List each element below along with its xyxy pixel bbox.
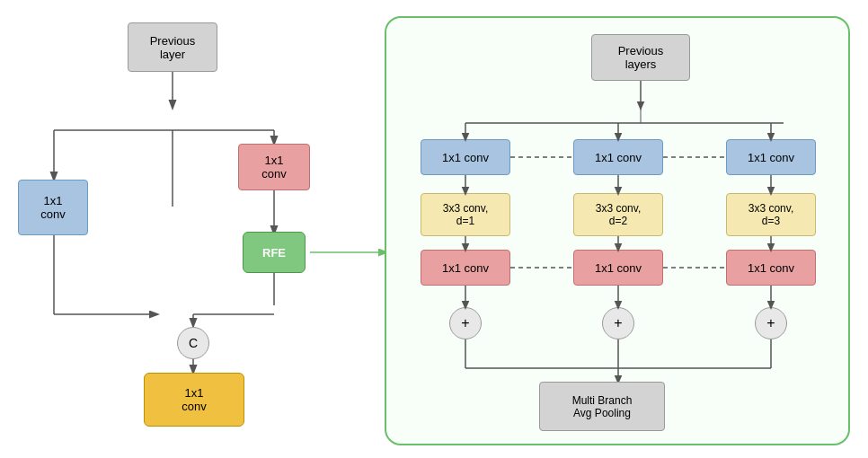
conv1x1-yellow-box: 1x1conv	[144, 373, 244, 427]
plus1-circle: +	[449, 307, 482, 339]
conv1x1-left-label: 1x1conv	[40, 194, 65, 221]
rfe-b3-conv1-box: 1x1 conv	[726, 139, 816, 175]
rfe-b3-conv3-label: 1x1 conv	[748, 261, 794, 275]
conv1x1-left-box: 1x1conv	[18, 180, 88, 235]
prev-layer-box: Previouslayer	[128, 22, 217, 72]
rfe-box: RFE	[243, 232, 306, 273]
rfe-b1-conv2-label: 3x3 conv,d=1	[443, 202, 488, 227]
multi-branch-box: Multi BranchAvg Pooling	[539, 382, 665, 431]
prev-layer-label: Previouslayer	[150, 34, 196, 61]
rfe-b3-conv1-label: 1x1 conv	[748, 151, 794, 164]
rfe-b1-conv3-label: 1x1 conv	[442, 261, 489, 275]
rfe-b1-conv2-box: 3x3 conv,d=1	[421, 193, 510, 236]
rfe-b2-conv2-label: 3x3 conv,d=2	[596, 202, 641, 227]
plus2-circle: +	[602, 307, 634, 339]
rfe-b3-conv2-box: 3x3 conv,d=3	[726, 193, 816, 236]
rfe-container: Previouslayers 1x1 conv 3x3 conv,d=1 1x1…	[385, 16, 850, 445]
plus3-label: +	[766, 315, 775, 331]
concat-circle: C	[177, 327, 209, 359]
prev-layers-right-label: Previouslayers	[618, 44, 664, 71]
rfe-b1-conv1-box: 1x1 conv	[421, 139, 510, 175]
rfe-b3-conv2-label: 3x3 conv,d=3	[748, 202, 793, 227]
prev-layers-right-box: Previouslayers	[591, 34, 690, 81]
rfe-b2-conv3-box: 1x1 conv	[573, 250, 663, 286]
conv1x1-yellow-label: 1x1conv	[182, 386, 206, 413]
rfe-b2-conv3-label: 1x1 conv	[595, 261, 642, 275]
multi-branch-label: Multi BranchAvg Pooling	[572, 394, 633, 419]
plus2-label: +	[614, 315, 622, 331]
rfe-b2-conv1-label: 1x1 conv	[595, 151, 642, 164]
conv1x1-pink-box: 1x1conv	[238, 144, 310, 190]
plus3-circle: +	[755, 307, 787, 339]
rfe-b2-conv1-box: 1x1 conv	[573, 139, 663, 175]
rfe-b2-conv2-box: 3x3 conv,d=2	[573, 193, 663, 236]
rfe-b3-conv3-box: 1x1 conv	[726, 250, 816, 286]
conv1x1-pink-label: 1x1conv	[261, 154, 286, 181]
rfe-b1-conv1-label: 1x1 conv	[442, 151, 489, 164]
diagram: Previouslayer 1x1conv 1x1conv RFE C 1x1c…	[0, 0, 868, 458]
rfe-b1-conv3-box: 1x1 conv	[421, 250, 510, 286]
plus1-label: +	[461, 315, 469, 331]
concat-label: C	[189, 336, 198, 350]
rfe-label: RFE	[262, 246, 286, 260]
